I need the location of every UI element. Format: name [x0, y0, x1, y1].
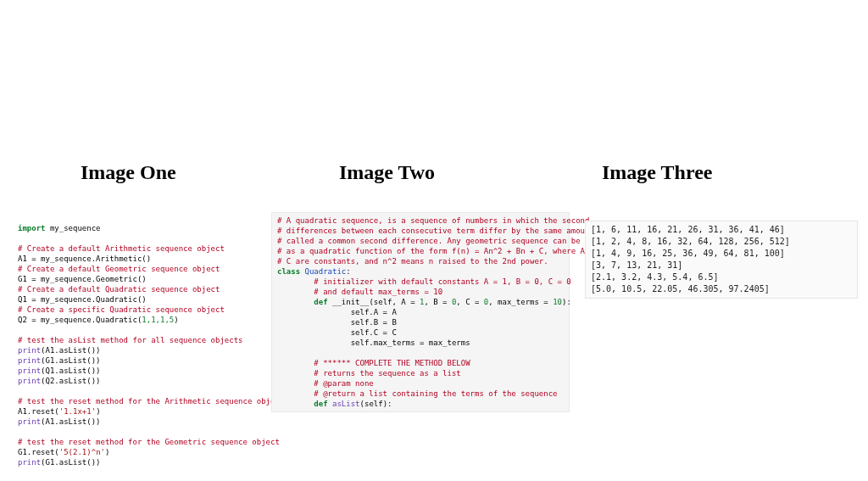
builtin-print: print — [18, 417, 41, 426]
comment: # and default max_terms = 10 — [277, 288, 442, 296]
code-line: __init__(self, A = — [328, 298, 420, 306]
class-name: Quadratic — [300, 267, 346, 276]
heading-image-three: Image Three — [602, 161, 712, 184]
comment: # C are constants, and n^2 means n raise… — [277, 257, 548, 266]
code-line: self.A = A — [277, 308, 397, 316]
comment: # as a quadratic function of the form f(… — [277, 247, 621, 255]
string-literal: '1.1x+1' — [59, 407, 96, 416]
kw-def: def — [277, 400, 328, 408]
code-line: Q1 = my_sequence.Quadratic() — [18, 295, 147, 304]
kw-class: class — [277, 267, 300, 276]
code-line: A1.reset( — [18, 407, 59, 416]
comment: # Create a default Geometric sequence ob… — [18, 265, 220, 273]
output-line: [1, 6, 11, 16, 21, 26, 31, 36, 41, 46] — [591, 225, 785, 234]
comment: # Create a default Quadratic sequence ob… — [18, 285, 220, 294]
numeric-literal: 10 — [553, 298, 562, 306]
comment: # A quadratic sequence, is a sequence of… — [277, 216, 589, 225]
code-line: G1.reset( — [18, 448, 59, 456]
method-aslist: asList — [328, 400, 360, 408]
builtin-print: print — [18, 458, 41, 467]
code-line: (G1.asList()) — [41, 458, 100, 467]
code-line: (A1.asList()) — [41, 346, 100, 355]
code-line: (Q2.asList()) — [41, 377, 100, 385]
heading-image-one: Image One — [81, 161, 176, 184]
comment: # called a common second difference. Any… — [277, 237, 617, 245]
code-line: (A1.asList()) — [41, 417, 100, 426]
panel-image-two: # A quadratic sequence, is a sequence of… — [271, 212, 570, 412]
code-line: A1 = my_sequence.Arithmetic() — [18, 254, 151, 263]
code-line: ) — [96, 407, 100, 416]
code-line: ): — [562, 298, 571, 306]
panel-image-one: import my_sequence # Create a default Ar… — [13, 221, 267, 470]
builtin-print: print — [18, 377, 41, 385]
comment: # Create a specific Quadratic sequence o… — [18, 305, 225, 314]
output-line: [1, 4, 9, 16, 25, 36, 49, 64, 81, 100] — [591, 249, 785, 258]
output-line: [5.0, 10.5, 22.05, 46.305, 97.2405] — [591, 284, 770, 294]
code-line: (G1.asList()) — [41, 356, 100, 365]
comment: # test the reset method for the Arithmet… — [18, 397, 284, 405]
comment: # returns the sequence as a list — [277, 369, 461, 378]
panel-image-three: [1, 6, 11, 16, 21, 26, 31, 36, 41, 46] [… — [585, 221, 858, 299]
code-line: , C = — [456, 298, 484, 306]
comment: # test the asList method for all sequenc… — [18, 336, 243, 344]
builtin-print: print — [18, 356, 41, 365]
output-line: [1, 2, 4, 8, 16, 32, 64, 128, 256, 512] — [591, 237, 790, 246]
code-line: (Q1.asList()) — [41, 366, 100, 375]
code-line: , B = — [424, 298, 452, 306]
code-line: , max_terms = — [488, 298, 553, 306]
code-line: ) — [174, 316, 178, 324]
comment: # ****** COMPLETE THE METHOD BELOW — [277, 359, 470, 367]
comment: # Create a default Arithmetic sequence o… — [18, 244, 225, 253]
code-line: self.max_terms = max_terms — [277, 338, 470, 347]
builtin-print: print — [18, 366, 41, 375]
output-line: [3, 7, 13, 21, 31] — [591, 260, 682, 270]
builtin-print: print — [18, 346, 41, 355]
code-line: G1 = my_sequence.Geometric() — [18, 275, 147, 283]
module-name: my_sequence — [46, 224, 101, 232]
kw-def: def — [277, 298, 328, 306]
numeric-literal: 1,1,1,5 — [142, 316, 174, 324]
code-line: self.C = C — [277, 328, 397, 337]
code-line: self.B = B — [277, 318, 397, 327]
document-canvas: Image One Image Two Image Three import m… — [0, 0, 868, 481]
string-literal: '5(2.1)^n' — [59, 448, 105, 456]
comment: # differences between each consecutive t… — [277, 227, 598, 235]
code-line: ) — [105, 448, 109, 456]
kw-import: import — [18, 224, 46, 232]
comment: # initializer with default constants A =… — [277, 277, 571, 286]
code-line: : — [346, 267, 350, 276]
code-line: Q2 = my_sequence.Quadratic( — [18, 316, 142, 324]
code-image-one: import my_sequence # Create a default Ar… — [13, 221, 267, 470]
comment: # @param none — [277, 379, 374, 388]
code-line: (self): — [360, 400, 392, 408]
code-image-two: # A quadratic sequence, is a sequence of… — [272, 213, 569, 411]
comment: # @return a list containing the terms of… — [277, 389, 558, 398]
output-line: [2.1, 3.2, 4.3, 5.4, 6.5] — [591, 272, 719, 282]
output-image-three: [1, 6, 11, 16, 21, 26, 31, 36, 41, 46] [… — [586, 221, 857, 298]
heading-image-two: Image Two — [339, 161, 435, 184]
comment: # test the reset method for the Geometri… — [18, 438, 280, 446]
